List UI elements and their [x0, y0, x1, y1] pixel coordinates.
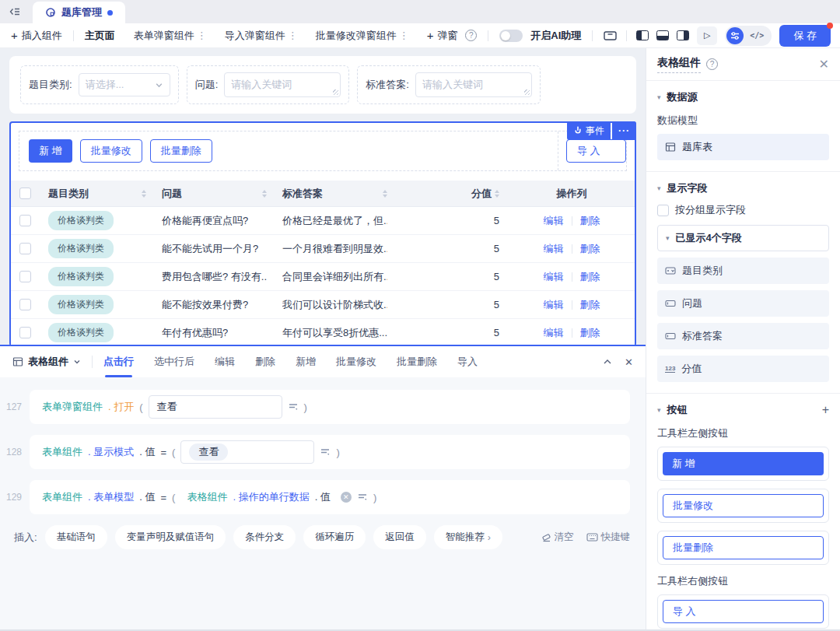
button-config-add[interactable]: 新 增 — [657, 447, 829, 481]
pill-variable-statement[interactable]: 变量声明及赋值语句 — [115, 525, 226, 549]
edit-link[interactable]: 编辑 — [544, 298, 564, 312]
shown-fields-summary[interactable]: ▾ 已显示4个字段 — [657, 225, 829, 251]
edit-link[interactable]: 编辑 — [544, 242, 564, 256]
table-row[interactable]: 价格谈判类 价格能再便宜点吗? 价格已经是最优了，但... 5 编辑 删除 — [11, 207, 635, 235]
tab-import[interactable]: 导入 — [457, 355, 478, 369]
question-keyword-input[interactable]: 请输入关键词 — [224, 72, 341, 97]
hotkeys-button[interactable]: 快捷键 — [586, 531, 631, 544]
ref-property-token[interactable]: . 操作的单行数据 — [233, 490, 309, 504]
page-form-popup[interactable]: 表单弹窗组件 ⋮ — [134, 29, 206, 43]
layout-left-panel-icon[interactable] — [636, 30, 649, 40]
clear-value-icon[interactable]: ✕ — [341, 492, 352, 503]
sort-icon[interactable] — [383, 190, 387, 198]
component-selector[interactable]: 表格组件 — [12, 355, 81, 369]
tab-row-click[interactable]: 点击行 — [103, 355, 134, 369]
tab-add[interactable]: 新增 — [296, 355, 316, 369]
expression-icon[interactable] — [288, 402, 299, 412]
page-import-popup[interactable]: 导入弹窗组件 ⋮ — [225, 29, 297, 43]
ai-assistant-toggle[interactable] — [499, 30, 523, 42]
tab-batch-delete[interactable]: 批量删除 — [397, 355, 437, 369]
table-row[interactable]: 价格谈判类 费用包含哪些? 有没有... 合同里会详细列出所有... 5 编辑 … — [11, 263, 635, 291]
component-token[interactable]: 表单组件 — [42, 490, 82, 504]
value-pill[interactable]: 查看 — [189, 443, 228, 461]
kebab-icon[interactable]: ⋮ — [288, 30, 297, 41]
layout-right-panel-icon[interactable] — [677, 30, 689, 40]
column-header-category[interactable]: 题目类别 — [39, 187, 152, 201]
field-item-answer[interactable]: 标准答案 — [657, 323, 829, 349]
sort-icon[interactable] — [262, 190, 267, 198]
sort-icon[interactable] — [142, 190, 146, 198]
statement[interactable]: 表单组件 . 表单模型 . 值 = ( 表格组件 . 操作的单行数据 . 值 ✕… — [30, 480, 630, 514]
tab-question-bank[interactable]: 题库管理 — [33, 2, 125, 23]
delete-link[interactable]: 删除 — [580, 242, 600, 256]
resize-grip-icon[interactable] — [333, 89, 338, 95]
edit-link[interactable]: 编辑 — [544, 326, 564, 340]
category-select[interactable]: 请选择... — [79, 73, 170, 96]
button-config-batch-edit[interactable]: 批量修改 — [657, 489, 829, 523]
design-mode-icon[interactable] — [726, 27, 744, 44]
filter-group-answer[interactable]: 标准答案: 请输入关键词 — [357, 65, 541, 104]
delete-link[interactable]: 删除 — [580, 214, 600, 228]
save-button[interactable]: 保 存 — [779, 25, 831, 47]
column-header-score[interactable]: 分值 — [394, 187, 509, 201]
property-token[interactable]: . 显示模式 — [88, 445, 134, 459]
statement[interactable]: 表单组件 . 显示模式 . 值 = ( 查看 ) — [30, 435, 630, 469]
button-config-import[interactable]: 导 入 — [657, 594, 829, 629]
tab-batch-edit[interactable]: 批量修改 — [336, 355, 376, 369]
section-header[interactable]: ▾ 数据源 — [657, 90, 829, 104]
help-icon[interactable]: ? — [706, 58, 718, 70]
property-token[interactable]: . 表单模型 — [88, 490, 134, 504]
import-button[interactable]: 导 入 — [566, 139, 626, 163]
row-checkbox[interactable] — [19, 243, 31, 254]
event-badge[interactable]: 事件 — [567, 121, 611, 140]
row-checkbox[interactable] — [19, 271, 31, 282]
ref-component-token[interactable]: 表格组件 — [187, 490, 227, 504]
collapse-panel-icon[interactable] — [603, 359, 612, 365]
field-item-score[interactable]: 123 分值 — [657, 356, 829, 382]
group-display-checkbox[interactable] — [657, 205, 669, 216]
component-token[interactable]: 表单弹窗组件 — [42, 400, 103, 414]
argument-input[interactable]: 查看 — [149, 395, 282, 419]
preview-window-icon[interactable] — [604, 30, 617, 41]
table-row[interactable]: 价格谈判类 能不能先试用一个月? 一个月很难看到明显效... 5 编辑 删除 — [11, 235, 635, 263]
data-model-item[interactable]: 题库表 — [657, 134, 829, 160]
add-button-icon[interactable]: + — [822, 403, 829, 417]
pill-basic-statement[interactable]: 基础语句 — [45, 525, 107, 549]
kebab-icon[interactable]: ⋮ — [399, 30, 408, 41]
pill-condition-branch[interactable]: 条件分支 — [233, 525, 296, 549]
run-preview-icon[interactable]: ▷ — [697, 26, 717, 45]
close-sidebar-icon[interactable]: ✕ — [819, 57, 829, 72]
table-row[interactable]: 价格谈判类 年付有优惠吗? 年付可以享受8折优惠... 5 编辑 删除 — [11, 319, 635, 345]
filter-group-question[interactable]: 问题: 请输入关键词 — [187, 65, 350, 104]
row-checkbox[interactable] — [19, 299, 31, 310]
delete-link[interactable]: 删除 — [580, 326, 600, 340]
code-mode-icon[interactable]: </> — [744, 31, 770, 40]
design-code-switch[interactable]: </> — [725, 26, 772, 46]
tab-edit[interactable]: 编辑 — [215, 355, 235, 369]
pill-return-value[interactable]: 返回值 — [373, 525, 426, 549]
sort-icon[interactable] — [495, 190, 499, 198]
component-token[interactable]: 表单组件 — [42, 445, 82, 459]
tab-delete[interactable]: 删除 — [255, 355, 275, 369]
edit-link[interactable]: 编辑 — [544, 214, 564, 228]
delete-link[interactable]: 删除 — [580, 298, 600, 312]
field-item-category[interactable]: 题目类别 — [657, 258, 829, 284]
page-batch-edit-popup[interactable]: 批量修改弹窗组件 ⋮ — [316, 29, 408, 43]
collapse-sidebar-icon[interactable] — [0, 0, 30, 23]
button-config-batch-delete[interactable]: 批量删除 — [657, 531, 829, 565]
clear-all-button[interactable]: 清空 — [541, 531, 574, 544]
add-button[interactable]: 新 增 — [29, 139, 72, 163]
close-panel-icon[interactable]: ✕ — [625, 356, 633, 368]
resize-grip-icon[interactable] — [524, 89, 530, 95]
kebab-icon[interactable]: ⋮ — [197, 30, 206, 41]
argument-input[interactable]: 查看 — [180, 440, 314, 464]
batch-edit-button[interactable]: 批量修改 — [80, 139, 142, 163]
table-row[interactable]: 价格谈判类 能不能按效果付费? 我们可以设计阶梯式收... 5 编辑 删除 — [11, 291, 635, 319]
statement[interactable]: 表单弹窗组件 . 打开 ( 查看 ) — [30, 390, 630, 424]
pill-smart-recommend[interactable]: 智能推荐 › — [434, 525, 502, 549]
help-icon[interactable]: ? — [465, 30, 477, 41]
row-checkbox[interactable] — [19, 215, 31, 226]
delete-link[interactable]: 删除 — [580, 270, 600, 284]
column-header-question[interactable]: 问题 — [152, 187, 273, 201]
answer-keyword-input[interactable]: 请输入关键词 — [415, 72, 532, 97]
